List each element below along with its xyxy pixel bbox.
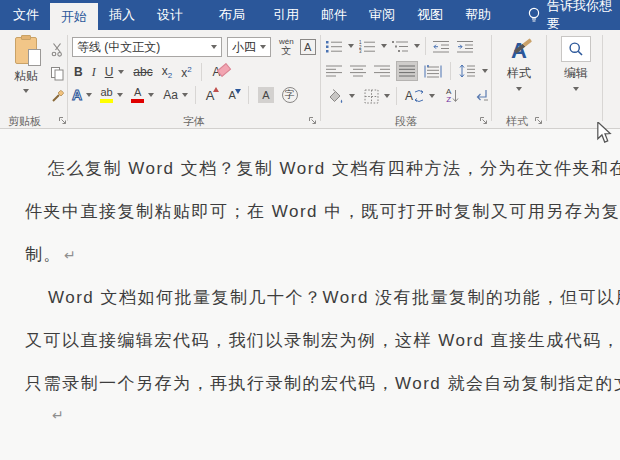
font-size-combobox[interactable]: 小四: [227, 37, 271, 57]
multilevel-dropdown-arrow[interactable]: [414, 44, 420, 48]
tab-layout[interactable]: 布局: [208, 0, 256, 30]
format-painter-icon: [50, 89, 65, 104]
justify-button[interactable]: [396, 61, 418, 81]
svg-text:3: 3: [359, 49, 362, 53]
editing-button[interactable]: 编辑: [556, 36, 596, 91]
shading-dropdown-arrow[interactable]: [349, 94, 355, 98]
numbering-dropdown-arrow[interactable]: [381, 44, 387, 48]
underline-dropdown-arrow[interactable]: [118, 70, 124, 74]
tell-me-box[interactable]: 告诉我你想要: [527, 0, 620, 30]
doc-line: 怎么复制 Word 文档？复制 Word 文档有四种方法，分为在文件夹和在 Wo…: [48, 157, 620, 180]
font-color-button[interactable]: A: [131, 87, 144, 103]
highlight-dropdown-arrow[interactable]: [117, 93, 123, 97]
clipboard-paste-icon: [15, 37, 37, 64]
asian-layout-button[interactable]: A: [403, 86, 426, 106]
doc-line: 件夹中直接复制粘贴即可；在 Word 中，既可打开时复制又可用另存为复制，还可以: [25, 200, 620, 223]
phonetic-guide-icon: wén文: [279, 38, 294, 56]
clipboard-dialog-launcher[interactable]: [58, 116, 67, 125]
shrink-font-button[interactable]: A: [228, 89, 235, 101]
bullets-dropdown-arrow[interactable]: [348, 44, 354, 48]
tell-me-label: 告诉我你想要: [547, 0, 620, 33]
character-shading-button[interactable]: A: [258, 87, 274, 103]
align-left-button[interactable]: [324, 61, 344, 81]
sort-button[interactable]: AZ: [444, 86, 461, 106]
font-name-value: 等线 (中文正文): [77, 39, 160, 56]
paragraph-mark: ↵: [52, 407, 64, 423]
doc-line: 制。↵: [25, 243, 76, 266]
grow-font-button[interactable]: A: [206, 88, 215, 103]
change-case-button[interactable]: Aa: [163, 88, 178, 102]
doc-line: 只需录制一个另存为，再执行录制的宏代码，Word 就会自动复制指定的文档数。↵: [25, 372, 620, 395]
tab-mailings[interactable]: 邮件: [310, 0, 358, 30]
subscript-button[interactable]: x2: [162, 64, 172, 80]
editing-button-label: 编辑: [564, 65, 588, 82]
align-center-button[interactable]: [348, 61, 368, 81]
shading-button[interactable]: [324, 86, 346, 106]
borders-dropdown-arrow[interactable]: [384, 94, 390, 98]
tab-help[interactable]: 帮助: [454, 0, 502, 30]
enclose-characters-button[interactable]: 字: [282, 87, 298, 103]
phonetic-guide-button[interactable]: wén文: [279, 38, 294, 56]
tab-home[interactable]: 开始: [50, 3, 98, 30]
mouse-cursor: [596, 122, 612, 144]
paragraph-dialog-launcher[interactable]: [479, 116, 488, 125]
ribbon: 粘贴 剪贴板 等线 (中文正文) 小四 wén文 A: [0, 30, 620, 129]
bold-button[interactable]: B: [74, 65, 83, 79]
paste-button[interactable]: 粘贴: [6, 35, 46, 111]
paste-dropdown-arrow[interactable]: [23, 89, 29, 93]
underline-button[interactable]: U: [105, 65, 114, 79]
tab-view[interactable]: 视图: [406, 0, 454, 30]
doc-line: Word 文档如何批量复制几十个？Word 没有批量复制的功能，但可以用宏来完成: [48, 286, 620, 309]
tab-design[interactable]: 设计: [146, 0, 194, 30]
tab-review[interactable]: 审阅: [358, 0, 406, 30]
borders-button[interactable]: [362, 86, 381, 106]
increase-indent-button[interactable]: [455, 36, 476, 56]
align-right-button[interactable]: [372, 61, 392, 81]
styles-dropdown-arrow[interactable]: [516, 87, 522, 91]
styles-icon: A: [504, 36, 534, 62]
italic-button[interactable]: I: [92, 65, 96, 80]
font-group-label: 字体: [68, 114, 320, 129]
clipboard-group-label: 剪贴板: [8, 114, 41, 129]
distribute-button[interactable]: [422, 61, 444, 81]
tab-insert[interactable]: 插入: [98, 0, 146, 30]
show-marks-button[interactable]: [472, 86, 492, 106]
document-page[interactable]: 怎么复制 Word 文档？复制 Word 文档有四种方法，分为在文件夹和在 Wo…: [0, 130, 620, 460]
font-name-combobox[interactable]: 等线 (中文正文): [72, 37, 222, 57]
doc-line: 又可以直接编辑宏代码，我们以录制宏为例，这样 Word 直接生成代码，不用自己写…: [25, 329, 620, 352]
doc-line: ↵: [50, 405, 64, 425]
paragraph-group-label: 段落: [321, 114, 491, 129]
decrease-indent-button[interactable]: [431, 36, 452, 56]
paste-label: 粘贴: [14, 68, 38, 85]
superscript-button[interactable]: x2: [181, 65, 191, 80]
text-effects-dropdown-arrow[interactable]: [86, 93, 92, 97]
scissors-icon: [50, 42, 65, 57]
asian-layout-dropdown-arrow[interactable]: [429, 94, 435, 98]
search-icon: [561, 36, 591, 62]
font-color-dropdown-arrow[interactable]: [148, 93, 154, 97]
font-dialog-launcher[interactable]: [308, 116, 317, 125]
copy-icon: [50, 66, 65, 81]
lightbulb-icon: [527, 5, 541, 25]
styles-dialog-launcher[interactable]: [534, 116, 543, 125]
strikethrough-button[interactable]: abc: [133, 65, 152, 79]
numbering-button[interactable]: 123: [357, 36, 378, 56]
change-case-dropdown-arrow[interactable]: [182, 93, 188, 97]
tab-file[interactable]: 文件: [2, 0, 50, 30]
bullets-button[interactable]: [324, 36, 345, 56]
paragraph-mark: ↵: [64, 247, 76, 263]
tab-references[interactable]: 引用: [262, 0, 310, 30]
character-border-button[interactable]: A: [300, 39, 316, 55]
line-spacing-button[interactable]: [457, 61, 478, 81]
cut-button[interactable]: [46, 39, 68, 60]
highlight-button[interactable]: ab: [100, 87, 113, 103]
text-effects-button[interactable]: A: [72, 87, 82, 103]
character-border-icon: A: [300, 39, 316, 55]
styles-button[interactable]: A 样式: [498, 36, 540, 91]
multilevel-list-button[interactable]: [390, 36, 411, 56]
line-spacing-dropdown-arrow[interactable]: [482, 69, 488, 73]
clear-formatting-button[interactable]: A: [213, 65, 221, 79]
format-painter-button[interactable]: [46, 86, 68, 107]
copy-button[interactable]: [46, 63, 68, 84]
editing-dropdown-arrow[interactable]: [573, 87, 579, 91]
